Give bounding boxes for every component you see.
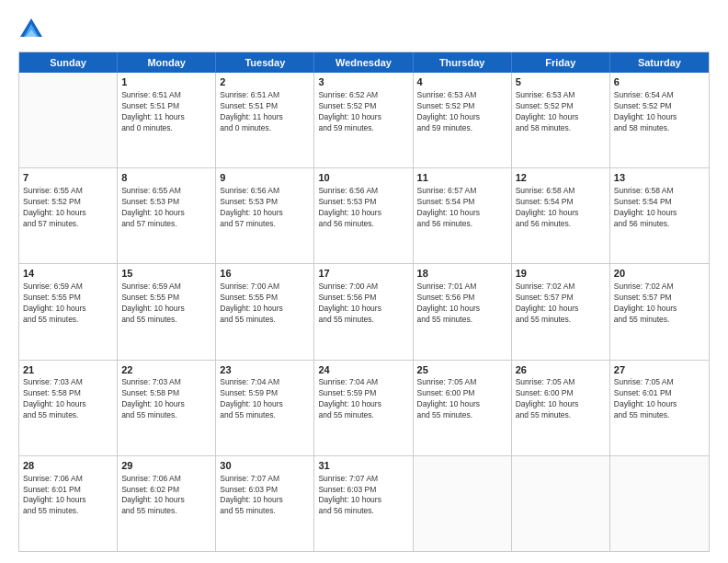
calendar-cell — [19, 73, 118, 167]
calendar-row-1: 7Sunrise: 6:55 AM Sunset: 5:52 PM Daylig… — [19, 167, 709, 263]
calendar-cell: 9Sunrise: 6:56 AM Sunset: 5:53 PM Daylig… — [216, 168, 314, 263]
day-number: 1 — [121, 75, 211, 89]
calendar-cell: 20Sunrise: 7:02 AM Sunset: 5:57 PM Dayli… — [610, 264, 709, 359]
calendar-cell: 11Sunrise: 6:57 AM Sunset: 5:54 PM Dayli… — [414, 168, 512, 263]
cell-info: Sunrise: 7:07 AM Sunset: 6:03 PM Dayligh… — [220, 474, 310, 518]
calendar-cell: 18Sunrise: 7:01 AM Sunset: 5:56 PM Dayli… — [414, 264, 512, 359]
cell-info: Sunrise: 7:02 AM Sunset: 5:57 PM Dayligh… — [614, 282, 705, 326]
calendar-cell: 28Sunrise: 7:06 AM Sunset: 6:01 PM Dayli… — [19, 456, 118, 551]
day-number: 15 — [121, 267, 211, 281]
day-of-week-friday: Friday — [512, 52, 610, 73]
day-number: 13 — [614, 171, 705, 185]
cell-info: Sunrise: 6:53 AM Sunset: 5:52 PM Dayligh… — [417, 90, 507, 134]
calendar-cell: 13Sunrise: 6:58 AM Sunset: 5:54 PM Dayli… — [610, 168, 709, 263]
calendar-cell — [610, 456, 709, 551]
day-number: 6 — [614, 75, 705, 89]
cell-info: Sunrise: 7:05 AM Sunset: 6:00 PM Dayligh… — [417, 377, 507, 421]
calendar-cell: 14Sunrise: 6:59 AM Sunset: 5:55 PM Dayli… — [19, 264, 118, 359]
day-number: 3 — [318, 75, 408, 89]
day-number: 30 — [220, 459, 310, 473]
cell-info: Sunrise: 7:06 AM Sunset: 6:01 PM Dayligh… — [23, 474, 113, 518]
calendar-cell: 7Sunrise: 6:55 AM Sunset: 5:52 PM Daylig… — [19, 168, 118, 263]
day-number: 9 — [220, 171, 310, 185]
cell-info: Sunrise: 7:00 AM Sunset: 5:55 PM Dayligh… — [220, 282, 310, 326]
day-of-week-sunday: Sunday — [19, 52, 118, 73]
calendar-cell: 26Sunrise: 7:05 AM Sunset: 6:00 PM Dayli… — [512, 361, 610, 455]
calendar-cell: 12Sunrise: 6:58 AM Sunset: 5:54 PM Dayli… — [512, 168, 610, 263]
calendar-cell: 25Sunrise: 7:05 AM Sunset: 6:00 PM Dayli… — [414, 361, 512, 455]
day-number: 11 — [417, 171, 507, 185]
day-of-week-thursday: Thursday — [414, 52, 512, 73]
day-of-week-monday: Monday — [118, 52, 216, 73]
day-number: 26 — [516, 363, 606, 377]
cell-info: Sunrise: 6:54 AM Sunset: 5:52 PM Dayligh… — [614, 90, 705, 134]
cell-info: Sunrise: 7:05 AM Sunset: 6:01 PM Dayligh… — [614, 377, 705, 421]
calendar-cell: 4Sunrise: 6:53 AM Sunset: 5:52 PM Daylig… — [414, 73, 512, 167]
calendar-row-4: 28Sunrise: 7:06 AM Sunset: 6:01 PM Dayli… — [19, 455, 709, 551]
calendar-cell: 24Sunrise: 7:04 AM Sunset: 5:59 PM Dayli… — [314, 361, 413, 455]
cell-info: Sunrise: 6:58 AM Sunset: 5:54 PM Dayligh… — [516, 186, 606, 230]
calendar-cell: 10Sunrise: 6:56 AM Sunset: 5:53 PM Dayli… — [314, 168, 413, 263]
cell-info: Sunrise: 7:02 AM Sunset: 5:57 PM Dayligh… — [516, 282, 606, 326]
calendar-cell: 3Sunrise: 6:52 AM Sunset: 5:52 PM Daylig… — [314, 73, 413, 167]
day-number: 17 — [318, 267, 408, 281]
cell-info: Sunrise: 7:04 AM Sunset: 5:59 PM Dayligh… — [220, 377, 310, 421]
day-number: 22 — [121, 363, 211, 377]
day-number: 4 — [417, 75, 507, 89]
calendar-cell: 2Sunrise: 6:51 AM Sunset: 5:51 PM Daylig… — [216, 73, 314, 167]
day-number: 19 — [516, 267, 606, 281]
cell-info: Sunrise: 6:56 AM Sunset: 5:53 PM Dayligh… — [220, 186, 310, 230]
calendar-cell: 22Sunrise: 7:03 AM Sunset: 5:58 PM Dayli… — [118, 361, 216, 455]
calendar-cell: 16Sunrise: 7:00 AM Sunset: 5:55 PM Dayli… — [216, 264, 314, 359]
cell-info: Sunrise: 6:57 AM Sunset: 5:54 PM Dayligh… — [417, 186, 507, 230]
calendar-row-2: 14Sunrise: 6:59 AM Sunset: 5:55 PM Dayli… — [19, 263, 709, 359]
day-number: 5 — [516, 75, 606, 89]
calendar-cell: 8Sunrise: 6:55 AM Sunset: 5:53 PM Daylig… — [118, 168, 216, 263]
cell-info: Sunrise: 6:58 AM Sunset: 5:54 PM Dayligh… — [614, 186, 705, 230]
cell-info: Sunrise: 6:59 AM Sunset: 5:55 PM Dayligh… — [121, 282, 211, 326]
calendar-row-0: 1Sunrise: 6:51 AM Sunset: 5:51 PM Daylig… — [19, 73, 709, 167]
calendar-cell: 31Sunrise: 7:07 AM Sunset: 6:03 PM Dayli… — [314, 456, 413, 551]
calendar-cell: 6Sunrise: 6:54 AM Sunset: 5:52 PM Daylig… — [610, 73, 709, 167]
calendar-cell: 29Sunrise: 7:06 AM Sunset: 6:02 PM Dayli… — [118, 456, 216, 551]
cell-info: Sunrise: 6:51 AM Sunset: 5:51 PM Dayligh… — [121, 90, 211, 134]
cell-info: Sunrise: 7:05 AM Sunset: 6:00 PM Dayligh… — [516, 377, 606, 421]
day-number: 29 — [121, 459, 211, 473]
cell-info: Sunrise: 7:00 AM Sunset: 5:56 PM Dayligh… — [318, 282, 408, 326]
calendar-header: SundayMondayTuesdayWednesdayThursdayFrid… — [19, 52, 709, 73]
cell-info: Sunrise: 6:56 AM Sunset: 5:53 PM Dayligh… — [318, 186, 408, 230]
day-of-week-wednesday: Wednesday — [314, 52, 413, 73]
cell-info: Sunrise: 7:03 AM Sunset: 5:58 PM Dayligh… — [23, 377, 113, 421]
calendar-row-3: 21Sunrise: 7:03 AM Sunset: 5:58 PM Dayli… — [19, 360, 709, 455]
day-number: 28 — [23, 459, 113, 473]
day-number: 10 — [318, 171, 408, 185]
calendar-cell — [414, 456, 512, 551]
calendar-cell: 1Sunrise: 6:51 AM Sunset: 5:51 PM Daylig… — [118, 73, 216, 167]
day-number: 25 — [417, 363, 507, 377]
day-of-week-tuesday: Tuesday — [216, 52, 314, 73]
day-number: 7 — [23, 171, 113, 185]
cell-info: Sunrise: 7:06 AM Sunset: 6:02 PM Dayligh… — [121, 474, 211, 518]
calendar-cell: 30Sunrise: 7:07 AM Sunset: 6:03 PM Dayli… — [216, 456, 314, 551]
day-number: 16 — [220, 267, 310, 281]
cell-info: Sunrise: 6:52 AM Sunset: 5:52 PM Dayligh… — [318, 90, 408, 134]
calendar-cell: 23Sunrise: 7:04 AM Sunset: 5:59 PM Dayli… — [216, 361, 314, 455]
day-of-week-saturday: Saturday — [610, 52, 709, 73]
day-number: 23 — [220, 363, 310, 377]
cell-info: Sunrise: 6:59 AM Sunset: 5:55 PM Dayligh… — [23, 282, 113, 326]
logo-icon — [18, 17, 44, 42]
logo — [18, 17, 48, 42]
day-number: 24 — [318, 363, 408, 377]
cell-info: Sunrise: 6:51 AM Sunset: 5:51 PM Dayligh… — [220, 90, 310, 134]
day-number: 21 — [23, 363, 113, 377]
day-number: 2 — [220, 75, 310, 89]
calendar: SundayMondayTuesdayWednesdayThursdayFrid… — [18, 52, 710, 552]
day-number: 18 — [417, 267, 507, 281]
calendar-cell: 17Sunrise: 7:00 AM Sunset: 5:56 PM Dayli… — [314, 264, 413, 359]
cell-info: Sunrise: 6:55 AM Sunset: 5:53 PM Dayligh… — [121, 186, 211, 230]
day-number: 14 — [23, 267, 113, 281]
header — [18, 17, 710, 42]
calendar-cell: 27Sunrise: 7:05 AM Sunset: 6:01 PM Dayli… — [610, 361, 709, 455]
calendar-cell: 5Sunrise: 6:53 AM Sunset: 5:52 PM Daylig… — [512, 73, 610, 167]
day-number: 20 — [614, 267, 705, 281]
